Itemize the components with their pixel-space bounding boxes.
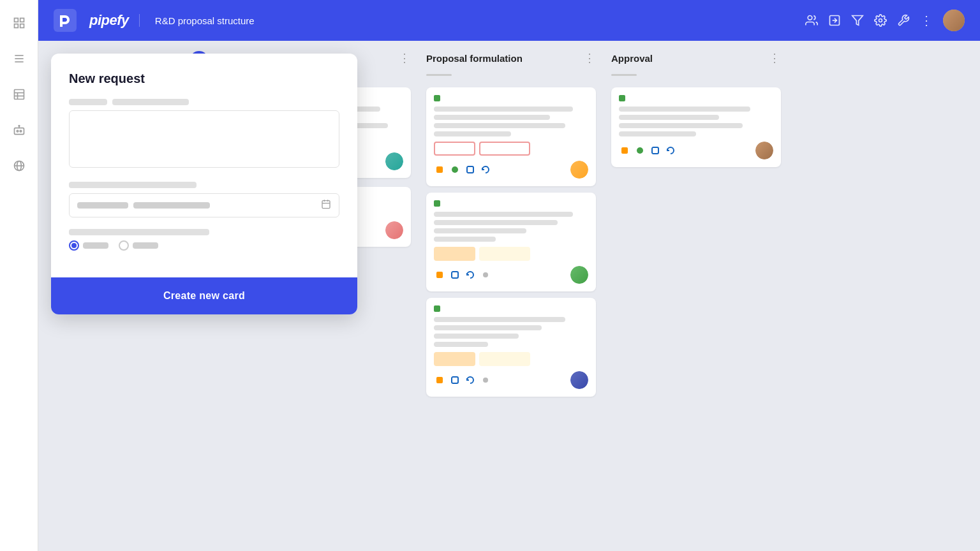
sidebar-item-bot[interactable] [9,120,29,140]
card-icon-r3[interactable] [480,164,491,175]
card-line [619,115,719,120]
card-footer-3c [434,371,588,389]
user-avatar[interactable] [943,10,965,31]
form-field-3 [69,229,339,251]
card-icon-r3b[interactable] [464,269,476,281]
card-line [434,212,573,217]
field-label-date [69,182,197,188]
form-textarea[interactable] [69,110,339,168]
radio-option-1[interactable] [69,240,108,251]
card-tag-row-4 [619,95,773,101]
card-avatar-4 [755,142,773,159]
badge-row-3b [434,247,588,261]
header-more-icon[interactable]: ⋮ [920,13,933,28]
col-menu-icon-col3[interactable]: ⋮ [584,51,596,65]
card-icon-r4[interactable] [665,145,676,156]
form-field-1 [69,99,339,170]
svg-rect-0 [14,18,18,22]
card-lines-3 [434,107,588,136]
svg-rect-7 [14,90,24,99]
card-icon-gray3c [480,374,491,386]
column-approval: Approval ⋮ [604,41,789,551]
svg-rect-11 [14,128,24,135]
card-line [434,342,488,347]
column-header-proposal: Proposal formulation ⋮ [426,51,596,65]
card-tag-row-3 [434,95,588,101]
card-line [434,237,496,242]
card-icon-o3c[interactable] [434,374,445,386]
badge-fill-orange2 [434,352,475,366]
card-icon-g4[interactable] [634,145,646,156]
card-lines-4 [619,107,773,136]
card-icon-b3c[interactable] [449,374,461,386]
col-menu-icon-col2[interactable]: ⋮ [399,51,411,65]
svg-marker-21 [852,16,863,26]
logo-text: pipefy [89,12,129,29]
modal-title: New request [69,71,339,86]
svg-rect-34 [452,272,458,278]
card-line [434,228,526,233]
card-icon-o3[interactable] [434,164,445,175]
wrench-icon[interactable] [897,14,910,27]
card-icon-r3c[interactable] [464,374,476,386]
export-icon[interactable] [828,14,841,27]
svg-point-40 [637,147,643,154]
calendar-icon[interactable] [321,199,331,212]
card-icon-o3b[interactable] [434,269,445,281]
field-label-radio [69,229,209,235]
svg-rect-36 [436,377,443,383]
card-lines-3b [434,212,588,242]
sidebar [0,0,38,551]
sidebar-item-globe[interactable] [9,156,29,176]
card-icon-b4[interactable] [650,145,661,156]
card-line [434,220,558,225]
card-icon-b3b[interactable] [449,269,461,281]
svg-point-38 [483,378,488,383]
card-icons-4 [619,145,676,156]
form-date-input[interactable] [69,193,339,217]
card-footer-3b [434,266,588,284]
col-menu-icon-col4[interactable]: ⋮ [769,51,781,65]
input-placeholder-text-2 [133,202,210,209]
card-icon-g3[interactable] [449,164,461,175]
badge-red-2 [479,142,530,156]
radio-label-1 [83,242,108,249]
radio-outer-selected [69,240,79,251]
card-icons-3c [434,374,491,386]
svg-rect-30 [436,166,443,173]
radio-row [69,240,339,251]
settings-icon[interactable] [874,14,887,27]
radio-inner-selected [71,243,77,248]
svg-point-19 [808,16,812,20]
card-line [619,131,696,136]
field-label-short-1 [69,99,107,105]
badge-fill-yellow [479,247,530,261]
card-line [434,325,542,330]
card-avatar-3b [570,266,588,284]
card-avatar-3 [570,161,588,179]
pipefy-logo-icon [54,9,77,32]
card-line [434,115,550,120]
badge-fill-orange [434,247,475,261]
card-icon-o4[interactable] [619,145,630,156]
radio-option-2[interactable] [119,240,158,251]
card-footer-4 [619,142,773,159]
create-card-button[interactable]: Create new card [51,277,357,314]
team-icon[interactable] [805,14,818,27]
sidebar-item-table[interactable] [9,84,29,105]
new-request-modal: New request [51,54,357,314]
tag-green-3c [434,305,440,312]
card-icon-b3[interactable] [464,164,476,175]
sidebar-item-grid[interactable] [9,13,29,33]
svg-rect-42 [322,201,330,209]
svg-rect-41 [652,147,658,154]
column-proposal: Proposal formulation ⋮ [419,41,604,551]
svg-point-14 [19,126,20,127]
filter-icon[interactable] [851,14,864,27]
svg-point-31 [452,166,458,173]
card-tag-row-3c [434,305,588,312]
sidebar-item-list[interactable] [9,48,29,69]
card-line [434,123,565,128]
card-line [434,334,519,339]
svg-rect-37 [452,377,458,383]
